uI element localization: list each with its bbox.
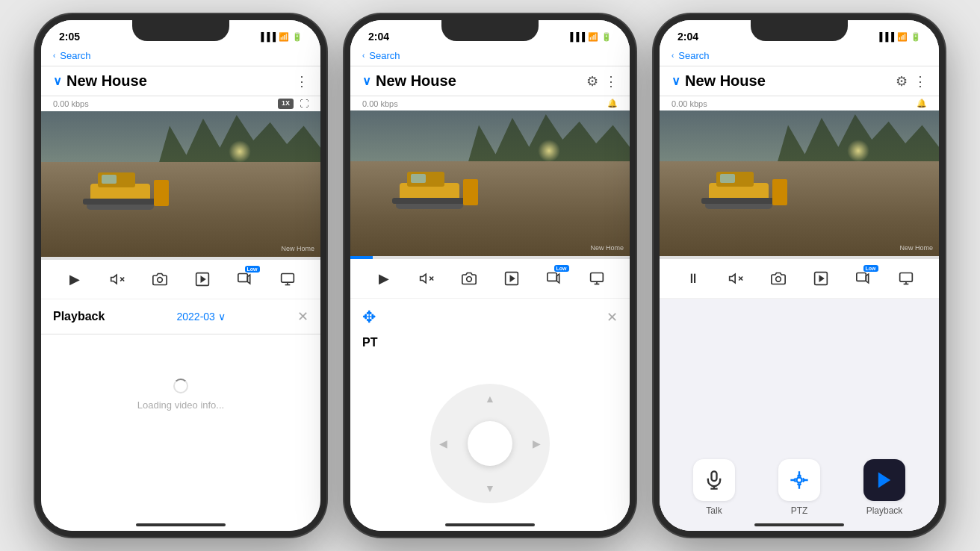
record-btn-1[interactable] bbox=[190, 267, 214, 291]
gear-icon-2[interactable]: ⚙ bbox=[586, 73, 598, 90]
playback-icon-box[interactable] bbox=[863, 459, 905, 501]
close-btn-1[interactable]: ✕ bbox=[297, 308, 308, 325]
status-icons-1: ▐▐▐ 📶 🔋 bbox=[258, 32, 303, 42]
snapshot-btn-2[interactable] bbox=[457, 267, 481, 290]
header-right-3: ⚙ ⋮ bbox=[896, 73, 927, 90]
scene-3 bbox=[660, 110, 939, 256]
svg-rect-39 bbox=[772, 179, 787, 205]
mute-btn-3[interactable] bbox=[724, 267, 748, 290]
video-area-2[interactable]: New Home bbox=[350, 110, 630, 256]
home-indicator-2 bbox=[445, 523, 535, 526]
play-btn-2[interactable]: ▶ bbox=[372, 267, 396, 290]
svg-rect-21 bbox=[392, 198, 467, 204]
collapse-chevron-1[interactable]: ∨ bbox=[53, 74, 62, 88]
more-btn-2[interactable] bbox=[585, 267, 609, 290]
header-left-2: ∨ New House bbox=[362, 72, 456, 90]
svg-rect-38 bbox=[701, 198, 776, 204]
snapshot-btn-1[interactable] bbox=[148, 267, 172, 291]
header-right-1: ⋮ bbox=[295, 73, 308, 90]
quality-badge-1[interactable]: 1X bbox=[278, 99, 294, 109]
phone-3: 2:04 ▐▐▐ 📶 🔋 ‹ Search ∨ New House bbox=[654, 14, 945, 537]
header-title-2: New House bbox=[376, 72, 456, 90]
svg-rect-12 bbox=[238, 274, 247, 282]
svg-marker-6 bbox=[111, 275, 117, 284]
controls-bar-2: ▶ bbox=[350, 259, 630, 299]
mute-btn-1[interactable] bbox=[105, 267, 129, 291]
video-progress-3 bbox=[660, 256, 939, 259]
header-right-2: ⚙ ⋮ bbox=[586, 73, 618, 90]
search-bar-1[interactable]: ‹ Search bbox=[41, 47, 320, 66]
home-indicator-1 bbox=[136, 523, 226, 526]
home-indicator-3 bbox=[754, 523, 844, 526]
date-selector-1[interactable]: 2022-03 ∨ bbox=[177, 311, 226, 323]
back-chevron-1: ‹ bbox=[53, 52, 55, 60]
record-btn-2[interactable] bbox=[500, 267, 524, 290]
pause-btn-3[interactable]: ⏸ bbox=[681, 267, 705, 290]
signal-icon-3: ▐▐▐ bbox=[877, 32, 894, 41]
arrow-left-icon[interactable]: ◀ bbox=[439, 438, 447, 449]
joystick-inner[interactable] bbox=[468, 421, 512, 466]
more-dots-1[interactable]: ⋮ bbox=[295, 73, 308, 90]
playback-action-btn[interactable]: Playback bbox=[863, 459, 905, 516]
video-area-1[interactable]: New Home Fluent Clear bbox=[41, 111, 320, 257]
pt-joystick-area[interactable]: ▲ ▼ ◀ ▶ bbox=[350, 355, 630, 531]
quality-btn-3[interactable]: Low bbox=[852, 267, 875, 290]
expand-icon-1[interactable]: ⛶ bbox=[300, 99, 308, 109]
pt-title: PT bbox=[350, 336, 630, 355]
svg-rect-46 bbox=[856, 273, 866, 281]
more-dots-2[interactable]: ⋮ bbox=[604, 73, 618, 90]
ptz-icon-box[interactable] bbox=[778, 459, 820, 501]
pt-close-btn[interactable]: ✕ bbox=[607, 309, 618, 326]
talk-label: Talk bbox=[706, 505, 722, 516]
joystick-outer[interactable]: ▲ ▼ ◀ ▶ bbox=[430, 384, 550, 503]
signal-icon-2: ▐▐▐ bbox=[568, 32, 585, 41]
bitrate-bar-1: 0.00 kbps 1X ⛶ bbox=[41, 96, 320, 111]
ptz-action-btn[interactable]: PTZ bbox=[778, 459, 820, 516]
bitrate-value-1: 0.00 kbps bbox=[53, 99, 89, 108]
battery-icon-1: 🔋 bbox=[292, 32, 303, 42]
header-title-3: New House bbox=[685, 72, 766, 90]
quality-btn-1[interactable]: Low bbox=[233, 267, 257, 291]
collapse-chevron-3[interactable]: ∨ bbox=[672, 74, 680, 88]
video-overlay-text-1: New Home bbox=[281, 245, 314, 252]
svg-rect-14 bbox=[281, 274, 294, 283]
status-icons-3: ▐▐▐ 📶 🔋 bbox=[877, 32, 921, 42]
gear-icon-3[interactable]: ⚙ bbox=[896, 73, 908, 90]
arrow-up-icon[interactable]: ▲ bbox=[485, 393, 495, 405]
arrow-right-icon[interactable]: ▶ bbox=[533, 438, 541, 449]
talk-icon-box[interactable] bbox=[693, 459, 735, 501]
record-btn-3[interactable] bbox=[809, 267, 833, 290]
arrow-down-icon[interactable]: ▼ bbox=[485, 482, 495, 494]
video-progress-2 bbox=[350, 256, 630, 259]
bell-icon-2[interactable]: 🔔 bbox=[607, 99, 618, 108]
back-chevron-3: ‹ bbox=[672, 52, 674, 60]
snapshot-btn-3[interactable] bbox=[766, 267, 790, 290]
search-bar-3[interactable]: ‹ Search bbox=[660, 47, 939, 66]
bell-icon-3[interactable]: 🔔 bbox=[917, 99, 927, 108]
wifi-icon-1: 📶 bbox=[279, 32, 289, 42]
pt-move-icon[interactable]: ✥ bbox=[362, 308, 376, 327]
svg-point-54 bbox=[797, 478, 802, 483]
video-area-3[interactable]: New Home bbox=[660, 110, 939, 256]
loading-text-1: Loading video info... bbox=[137, 399, 224, 411]
quality-btn-2[interactable]: Low bbox=[542, 267, 566, 290]
bitrate-value-2: 0.00 kbps bbox=[362, 99, 398, 108]
svg-point-26 bbox=[466, 277, 471, 282]
bulldozer-2 bbox=[392, 161, 482, 213]
svg-rect-19 bbox=[411, 174, 426, 183]
collapse-chevron-2[interactable]: ∨ bbox=[362, 74, 371, 88]
talk-action-btn[interactable]: Talk bbox=[693, 459, 735, 516]
scene-2 bbox=[350, 110, 630, 256]
svg-marker-11 bbox=[201, 277, 205, 282]
more-btn-3[interactable] bbox=[894, 267, 918, 290]
more-btn-1[interactable] bbox=[276, 267, 300, 291]
signal-icon-1: ▐▐▐ bbox=[258, 32, 276, 41]
play-btn-1[interactable]: ▶ bbox=[63, 267, 87, 291]
more-dots-3[interactable]: ⋮ bbox=[914, 73, 927, 90]
mute-btn-2[interactable] bbox=[415, 267, 438, 290]
bell-wrapper-3: 🔔 bbox=[917, 99, 927, 108]
date-value-1: 2022-03 bbox=[177, 311, 215, 323]
loading-spinner-1 bbox=[173, 379, 188, 393]
video-overlay-text-2: New Home bbox=[590, 244, 624, 252]
search-bar-2[interactable]: ‹ Search bbox=[350, 47, 630, 66]
